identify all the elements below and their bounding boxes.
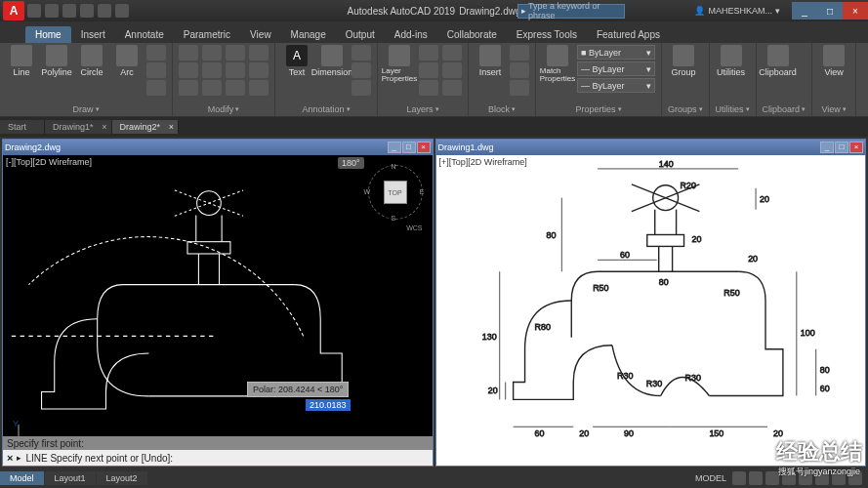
tool-create-block[interactable] xyxy=(510,45,529,61)
minimize-button[interactable]: _ xyxy=(792,2,817,20)
tool-layer-properties[interactable]: Layer Properties xyxy=(384,45,415,83)
layer-lock-icon[interactable] xyxy=(419,80,438,96)
tool-edit-block[interactable] xyxy=(510,62,529,78)
command-line[interactable]: Specify first point: × ▸ LINE Specify ne… xyxy=(3,436,433,466)
group-label-view[interactable]: View▾ xyxy=(818,104,849,114)
tool-text[interactable]: AText xyxy=(281,45,312,77)
ortho-toggle-icon[interactable] xyxy=(765,471,779,485)
layout1-tab[interactable]: Layout1 xyxy=(45,471,96,485)
doc-maximize-button[interactable]: □ xyxy=(402,142,416,153)
tool-erase[interactable] xyxy=(249,45,269,61)
doc-close-button[interactable]: × xyxy=(417,142,431,153)
tool-move[interactable] xyxy=(179,45,198,61)
tab-addins[interactable]: Add-ins xyxy=(385,26,437,43)
close-icon[interactable]: × xyxy=(102,122,106,132)
grid-toggle-icon[interactable] xyxy=(732,471,746,485)
lineweight-select[interactable]: — ByLayer▾ xyxy=(577,61,655,76)
tool-explode[interactable] xyxy=(249,62,269,78)
close-button[interactable]: × xyxy=(843,2,868,20)
tool-polyline[interactable]: Polyline xyxy=(41,45,72,77)
tool-arc[interactable]: Arc xyxy=(111,45,143,77)
group-label-annotation[interactable]: Annotation▾ xyxy=(281,104,371,114)
tool-clipboard[interactable]: Clipboard xyxy=(763,45,794,77)
tab-manage[interactable]: Manage xyxy=(281,26,336,43)
search-box[interactable]: ▸ Type a keyword or phrase xyxy=(517,4,625,19)
tool-edit-attr[interactable] xyxy=(510,80,529,96)
doc-close-button[interactable]: × xyxy=(849,142,863,153)
group-label-clipboard[interactable]: Clipboard▾ xyxy=(763,104,806,114)
tool-table[interactable] xyxy=(351,62,371,78)
model-tab[interactable]: Model xyxy=(0,471,44,485)
linetype-select[interactable]: — ByLayer▾ xyxy=(577,78,655,93)
group-label-utilities[interactable]: Utilities▾ xyxy=(716,104,750,114)
doc-maximize-button[interactable]: □ xyxy=(835,142,848,153)
doc-minimize-button[interactable]: _ xyxy=(388,142,401,153)
tab-featured-apps[interactable]: Featured Apps xyxy=(587,26,670,43)
group-label-draw[interactable]: Draw▾ xyxy=(6,104,166,114)
tab-home[interactable]: Home xyxy=(25,26,71,43)
group-label-groups[interactable]: Groups▾ xyxy=(668,104,703,114)
qat-open-icon[interactable] xyxy=(45,4,59,18)
tab-express-tools[interactable]: Express Tools xyxy=(507,26,587,43)
tool-mtext[interactable] xyxy=(351,80,371,96)
qat-redo-icon[interactable] xyxy=(98,4,111,18)
tool-dimension[interactable]: Dimension xyxy=(316,45,348,77)
tool-rectangle[interactable] xyxy=(146,45,166,61)
tab-parametric[interactable]: Parametric xyxy=(174,26,240,43)
layer-prev-icon[interactable] xyxy=(442,80,462,96)
doc-tab-start[interactable]: Start xyxy=(0,120,45,134)
tool-rotate[interactable] xyxy=(202,45,222,61)
qat-save-icon[interactable] xyxy=(62,4,76,18)
maximize-button[interactable]: □ xyxy=(817,2,843,20)
tool-match-properties[interactable]: Match Properties xyxy=(542,45,573,83)
tool-mirror[interactable] xyxy=(202,62,222,78)
layer-iso-icon[interactable] xyxy=(442,45,462,61)
color-select[interactable]: ■ ByLayer▾ xyxy=(577,45,655,60)
tool-copy[interactable] xyxy=(179,62,198,78)
app-menu-button[interactable]: A xyxy=(3,1,24,20)
doc-tab-drawing2[interactable]: Drawing2*× xyxy=(112,120,180,134)
doc-minimize-button[interactable]: _ xyxy=(820,142,834,153)
dynamic-input[interactable]: 210.0183 xyxy=(306,399,351,411)
status-model-label[interactable]: MODEL xyxy=(695,473,726,483)
tab-view[interactable]: View xyxy=(240,26,281,43)
qat-new-icon[interactable] xyxy=(27,4,41,18)
qat-plot-icon[interactable] xyxy=(115,4,129,18)
tool-utilities[interactable]: Utilities xyxy=(716,45,747,77)
snap-toggle-icon[interactable] xyxy=(749,471,763,485)
tool-leader[interactable] xyxy=(351,45,371,61)
command-input[interactable]: × ▸ LINE Specify next point or [Undo]: xyxy=(3,450,433,466)
layout2-tab[interactable]: Layout2 xyxy=(97,471,147,485)
group-label-block[interactable]: Block▾ xyxy=(475,104,529,114)
tab-collaborate[interactable]: Collaborate xyxy=(437,26,507,43)
tool-line[interactable]: Line xyxy=(6,45,37,77)
tab-output[interactable]: Output xyxy=(336,26,385,43)
tool-offset[interactable] xyxy=(249,80,269,96)
tool-group[interactable]: Group xyxy=(668,45,699,77)
layer-off-icon[interactable] xyxy=(419,45,438,61)
user-menu[interactable]: 👤 MAHESHKAM... ▾ xyxy=(694,6,780,16)
tool-scale[interactable] xyxy=(202,80,222,96)
layer-match-icon[interactable] xyxy=(442,62,462,78)
tool-fillet[interactable] xyxy=(226,62,245,78)
tool-hatch[interactable] xyxy=(146,80,166,96)
tab-insert[interactable]: Insert xyxy=(71,26,115,43)
drawing-canvas-left[interactable]: [-][Top][2D Wireframe] 180° TOP N E S W … xyxy=(3,155,433,466)
close-icon[interactable]: × xyxy=(169,122,174,132)
group-label-modify[interactable]: Modify▾ xyxy=(179,104,269,114)
tool-base-view[interactable]: View xyxy=(818,45,849,77)
drawing-canvas-right[interactable]: [+][Top][2D Wireframe] xyxy=(436,155,866,466)
group-label-layers[interactable]: Layers▾ xyxy=(384,104,462,114)
layer-freeze-icon[interactable] xyxy=(419,62,438,78)
tool-stretch[interactable] xyxy=(179,80,198,96)
doc-tab-drawing1[interactable]: Drawing1*× xyxy=(45,120,112,134)
tool-ellipse[interactable] xyxy=(146,62,166,78)
tab-annotate[interactable]: Annotate xyxy=(115,26,174,43)
tool-insert-block[interactable]: Insert xyxy=(475,45,506,77)
group-label-properties[interactable]: Properties▾ xyxy=(542,104,655,114)
tool-circle[interactable]: Circle xyxy=(76,45,107,77)
qat-undo-icon[interactable] xyxy=(80,4,94,18)
close-cmd-icon[interactable]: × xyxy=(7,452,13,464)
tool-trim[interactable] xyxy=(226,45,245,61)
tool-array[interactable] xyxy=(226,80,245,96)
